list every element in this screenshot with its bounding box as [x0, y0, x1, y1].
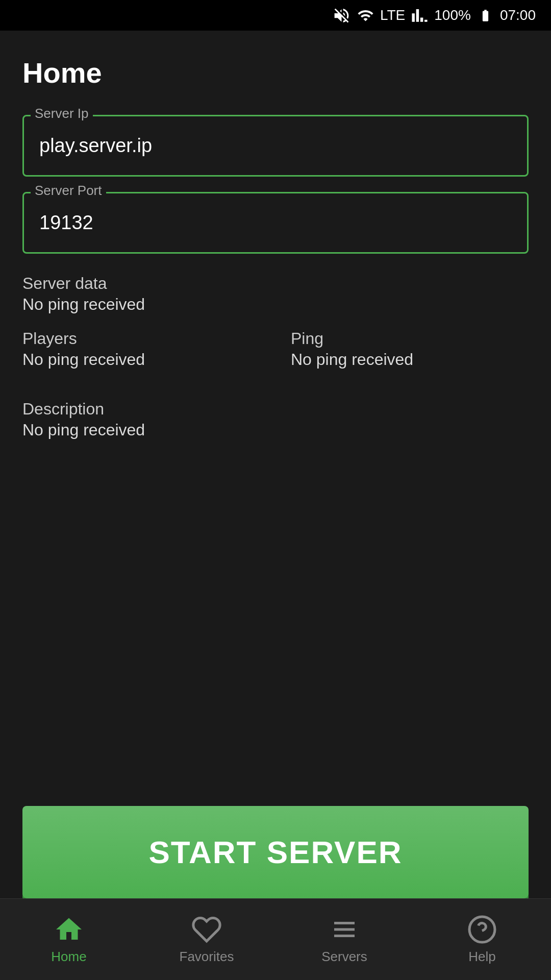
- nav-help-label: Help: [468, 949, 495, 965]
- signal-icon: [410, 7, 429, 24]
- description-label: Description: [22, 400, 529, 419]
- time-display: 07:00: [500, 7, 536, 23]
- server-ip-input[interactable]: [22, 115, 529, 177]
- start-server-button[interactable]: START SERVER: [22, 806, 529, 898]
- server-data-group: Server data No ping received: [22, 274, 529, 314]
- lte-indicator: LTE: [380, 7, 405, 23]
- description-value: No ping received: [22, 421, 529, 439]
- nav-home-label: Home: [51, 949, 86, 965]
- server-port-input[interactable]: [22, 192, 529, 254]
- description-group: Description No ping received: [22, 400, 529, 439]
- ping-group: Ping No ping received: [291, 329, 529, 384]
- bottom-navigation: Home Favorites Servers Help: [0, 898, 551, 980]
- battery-percentage: 100%: [434, 7, 471, 23]
- status-icons: LTE 100% 07:00: [332, 6, 536, 25]
- players-ping-row: Players No ping received Ping No ping re…: [22, 329, 529, 384]
- server-info-section: Server data No ping received Players No …: [22, 274, 529, 439]
- server-port-label: Server Port: [31, 183, 106, 199]
- home-icon: [54, 914, 84, 945]
- main-content: Home Server Ip Server Port Server data N…: [0, 31, 551, 898]
- mute-icon: [332, 6, 351, 25]
- nav-home[interactable]: Home: [0, 914, 138, 965]
- players-group: Players No ping received: [22, 329, 260, 384]
- battery-icon: [476, 9, 495, 22]
- players-label: Players: [22, 329, 260, 348]
- server-port-field-container: Server Port: [22, 192, 529, 254]
- server-ip-field-container: Server Ip: [22, 115, 529, 177]
- servers-icon: [329, 914, 360, 945]
- ping-label: Ping: [291, 329, 529, 348]
- page-title: Home: [22, 56, 529, 89]
- status-bar: LTE 100% 07:00: [0, 0, 551, 31]
- nav-favorites[interactable]: Favorites: [138, 914, 276, 965]
- server-data-label: Server data: [22, 274, 529, 293]
- favorites-icon: [191, 914, 222, 945]
- wifi-icon: [356, 7, 375, 24]
- help-icon: [467, 914, 497, 945]
- server-data-value: No ping received: [22, 295, 529, 314]
- players-value: No ping received: [22, 350, 260, 369]
- nav-servers-label: Servers: [321, 949, 367, 965]
- nav-help[interactable]: Help: [413, 914, 551, 965]
- ping-value: No ping received: [291, 350, 529, 369]
- nav-favorites-label: Favorites: [180, 949, 234, 965]
- nav-servers[interactable]: Servers: [276, 914, 413, 965]
- server-ip-label: Server Ip: [31, 106, 93, 121]
- start-button-container: START SERVER: [22, 806, 529, 898]
